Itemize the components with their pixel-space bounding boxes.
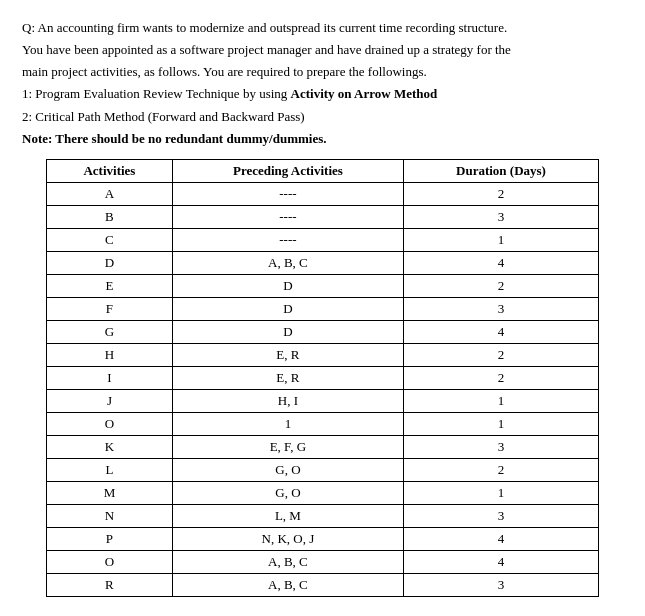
cell-preceding: G, O [172,481,403,504]
col-header-duration: Duration (Days) [404,159,599,182]
table-row: ED2 [47,274,599,297]
cell-activity: E [47,274,173,297]
cell-activity: K [47,435,173,458]
cell-activity: R [47,573,173,596]
cell-duration: 2 [404,458,599,481]
cell-duration: 3 [404,504,599,527]
cell-activity: C [47,228,173,251]
table-row: KE, F, G3 [47,435,599,458]
cell-duration: 1 [404,228,599,251]
cell-duration: 4 [404,527,599,550]
q-line1: Q: An accounting firm wants to modernize… [22,18,623,38]
cell-duration: 2 [404,274,599,297]
q-item1-prefix: 1: Program Evaluation Review Technique b… [22,86,291,101]
table-row: O11 [47,412,599,435]
cell-preceding: ---- [172,182,403,205]
cell-preceding: E, R [172,366,403,389]
cell-preceding: D [172,297,403,320]
table-row: NL, M3 [47,504,599,527]
cell-duration: 3 [404,573,599,596]
cell-preceding: ---- [172,228,403,251]
cell-activity: F [47,297,173,320]
cell-activity: J [47,389,173,412]
cell-activity: N [47,504,173,527]
activities-table: Activities Preceding Activities Duration… [46,159,599,597]
cell-preceding: G, O [172,458,403,481]
q-note: Note: There should be no redundant dummy… [22,129,623,149]
cell-duration: 2 [404,182,599,205]
cell-duration: 4 [404,251,599,274]
table-row: OA, B, C4 [47,550,599,573]
cell-activity: A [47,182,173,205]
cell-preceding: ---- [172,205,403,228]
cell-preceding: L, M [172,504,403,527]
table-row: B----3 [47,205,599,228]
cell-activity: D [47,251,173,274]
q-line2: You have been appointed as a software pr… [22,40,623,60]
table-row: C----1 [47,228,599,251]
q-note-bold: There should be no redundant dummy/dummi… [55,131,326,146]
cell-duration: 4 [404,550,599,573]
cell-preceding: D [172,274,403,297]
table-row: GD4 [47,320,599,343]
cell-duration: 4 [404,320,599,343]
cell-activity: M [47,481,173,504]
cell-duration: 3 [404,297,599,320]
cell-duration: 2 [404,343,599,366]
cell-preceding: A, B, C [172,573,403,596]
table-row: MG, O1 [47,481,599,504]
cell-activity: L [47,458,173,481]
cell-activity: B [47,205,173,228]
cell-preceding: H, I [172,389,403,412]
cell-preceding: D [172,320,403,343]
cell-preceding: E, R [172,343,403,366]
cell-preceding: A, B, C [172,251,403,274]
cell-duration: 3 [404,205,599,228]
cell-duration: 1 [404,481,599,504]
cell-activity: I [47,366,173,389]
cell-activity: P [47,527,173,550]
cell-preceding: E, F, G [172,435,403,458]
table-row: IE, R2 [47,366,599,389]
table-header-row: Activities Preceding Activities Duration… [47,159,599,182]
table-row: JH, I1 [47,389,599,412]
cell-duration: 1 [404,412,599,435]
cell-duration: 2 [404,366,599,389]
q-item1-bold: Activity on Arrow Method [291,86,438,101]
q-note-prefix: Note: [22,131,55,146]
table-row: A----2 [47,182,599,205]
col-header-activities: Activities [47,159,173,182]
cell-preceding: A, B, C [172,550,403,573]
q-item2: 2: Critical Path Method (Forward and Bac… [22,107,623,127]
q-line3: main project activities, as follows. You… [22,62,623,82]
table-row: LG, O2 [47,458,599,481]
cell-duration: 1 [404,389,599,412]
table-row: FD3 [47,297,599,320]
cell-activity: H [47,343,173,366]
table-row: HE, R2 [47,343,599,366]
question-block: Q: An accounting firm wants to modernize… [22,18,623,149]
cell-preceding: N, K, O, J [172,527,403,550]
cell-preceding: 1 [172,412,403,435]
cell-duration: 3 [404,435,599,458]
cell-activity: O [47,412,173,435]
q-item1: 1: Program Evaluation Review Technique b… [22,84,623,104]
table-row: PN, K, O, J4 [47,527,599,550]
table-row: DA, B, C4 [47,251,599,274]
cell-activity: G [47,320,173,343]
cell-activity: O [47,550,173,573]
table-row: RA, B, C3 [47,573,599,596]
col-header-preceding: Preceding Activities [172,159,403,182]
